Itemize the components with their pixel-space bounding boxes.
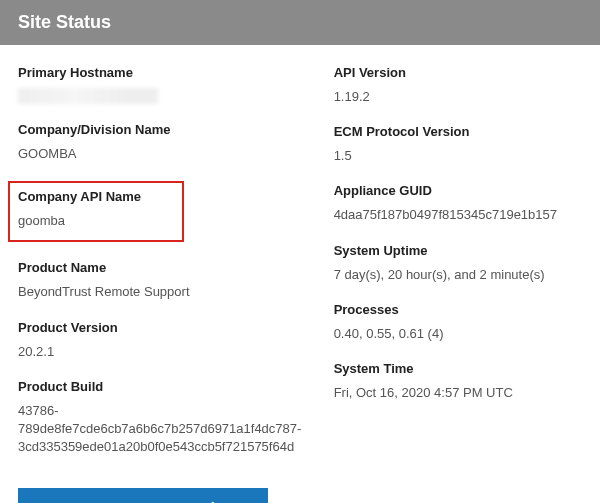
right-column: API Version 1.19.2 ECM Protocol Version … — [334, 65, 582, 474]
highlight-company-api: Company API Name goomba — [8, 181, 184, 242]
field-primary-hostname: Primary Hostname — [18, 65, 304, 104]
field-product-name: Product Name BeyondTrust Remote Support — [18, 260, 304, 301]
value-processes: 0.40, 0.55, 0.61 (4) — [334, 325, 582, 343]
page-title: Site Status — [18, 12, 111, 32]
value-company-api: goomba — [18, 212, 174, 230]
redacted-value — [18, 88, 158, 104]
label-ecm-protocol: ECM Protocol Version — [334, 124, 582, 139]
value-ecm-protocol: 1.5 — [334, 147, 582, 165]
value-system-uptime: 7 day(s), 20 hour(s), and 2 minute(s) — [334, 266, 582, 284]
value-system-time: Fri, Oct 16, 2020 4:57 PM UTC — [334, 384, 582, 402]
page-header: Site Status — [0, 0, 600, 45]
field-product-build: Product Build 43786-789de8fe7cde6cb7a6b6… — [18, 379, 304, 457]
field-system-uptime: System Uptime 7 day(s), 20 hour(s), and … — [334, 243, 582, 284]
field-product-version: Product Version 20.2.1 — [18, 320, 304, 361]
field-ecm-protocol: ECM Protocol Version 1.5 — [334, 124, 582, 165]
field-api-version: API Version 1.19.2 — [334, 65, 582, 106]
field-company-division: Company/Division Name GOOMBA — [18, 122, 304, 163]
field-appliance-guid: Appliance GUID 4daa75f187b0497f815345c71… — [334, 183, 582, 224]
footer-actions: Restart Remote Support Software — [0, 488, 600, 503]
restart-button[interactable]: Restart Remote Support Software — [18, 488, 268, 503]
label-product-build: Product Build — [18, 379, 304, 394]
label-api-version: API Version — [334, 65, 582, 80]
value-product-build: 43786-789de8fe7cde6cb7a6b6c7b257d6971a1f… — [18, 402, 304, 457]
label-primary-hostname: Primary Hostname — [18, 65, 304, 80]
value-appliance-guid: 4daa75f187b0497f815345c719e1b157 — [334, 206, 582, 224]
label-processes: Processes — [334, 302, 582, 317]
value-company-division: GOOMBA — [18, 145, 304, 163]
label-company-api: Company API Name — [18, 189, 174, 204]
label-appliance-guid: Appliance GUID — [334, 183, 582, 198]
value-api-version: 1.19.2 — [334, 88, 582, 106]
label-product-name: Product Name — [18, 260, 304, 275]
label-system-time: System Time — [334, 361, 582, 376]
left-column: Primary Hostname Company/Division Name G… — [18, 65, 304, 474]
field-processes: Processes 0.40, 0.55, 0.61 (4) — [334, 302, 582, 343]
label-company-division: Company/Division Name — [18, 122, 304, 137]
value-primary-hostname — [18, 88, 304, 104]
label-system-uptime: System Uptime — [334, 243, 582, 258]
status-content: Primary Hostname Company/Division Name G… — [0, 45, 600, 488]
label-product-version: Product Version — [18, 320, 304, 335]
value-product-name: BeyondTrust Remote Support — [18, 283, 304, 301]
field-system-time: System Time Fri, Oct 16, 2020 4:57 PM UT… — [334, 361, 582, 402]
value-product-version: 20.2.1 — [18, 343, 304, 361]
